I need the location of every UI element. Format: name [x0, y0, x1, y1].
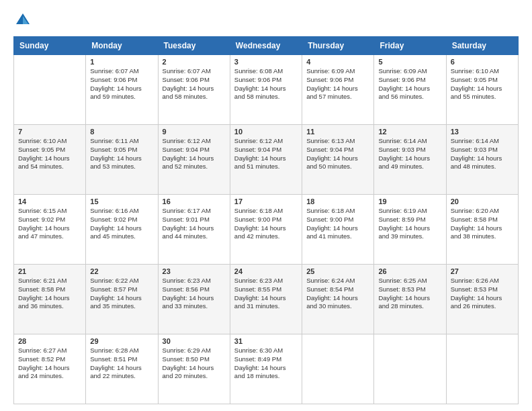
calendar-day-header: Wednesday	[230, 37, 302, 55]
calendar-cell: 18Sunrise: 6:18 AMSunset: 9:00 PMDayligh…	[302, 195, 374, 265]
day-number: 6	[451, 58, 514, 66]
calendar-cell: 23Sunrise: 6:23 AMSunset: 8:56 PMDayligh…	[158, 265, 230, 334]
day-info: Sunrise: 6:22 AMSunset: 8:57 PMDaylight:…	[90, 277, 153, 311]
calendar-week-row: 28Sunrise: 6:27 AMSunset: 8:52 PMDayligh…	[14, 334, 519, 404]
calendar-cell: 9Sunrise: 6:12 AMSunset: 9:04 PMDaylight…	[158, 125, 230, 195]
day-number: 19	[378, 197, 441, 205]
day-number: 1	[90, 58, 153, 66]
calendar-cell	[14, 55, 86, 125]
day-number: 4	[306, 58, 369, 66]
calendar-cell: 16Sunrise: 6:17 AMSunset: 9:01 PMDayligh…	[158, 195, 230, 265]
calendar-table: SundayMondayTuesdayWednesdayThursdayFrid…	[13, 36, 519, 404]
calendar-cell	[302, 334, 374, 404]
calendar-header-row: SundayMondayTuesdayWednesdayThursdayFrid…	[14, 37, 519, 55]
day-number: 5	[378, 58, 441, 66]
calendar-cell: 7Sunrise: 6:10 AMSunset: 9:05 PMDaylight…	[14, 125, 86, 195]
day-number: 16	[163, 197, 226, 205]
day-number: 7	[18, 128, 81, 136]
day-info: Sunrise: 6:30 AMSunset: 8:49 PMDaylight:…	[234, 347, 298, 381]
calendar-cell: 4Sunrise: 6:09 AMSunset: 9:06 PMDaylight…	[302, 55, 374, 125]
calendar-day-header: Sunday	[14, 37, 86, 55]
day-number: 21	[18, 267, 81, 275]
day-number: 28	[18, 337, 81, 345]
day-number: 17	[234, 197, 298, 205]
day-info: Sunrise: 6:10 AMSunset: 9:05 PMDaylight:…	[451, 67, 514, 101]
calendar-day-header: Friday	[374, 37, 446, 55]
calendar-cell: 22Sunrise: 6:22 AMSunset: 8:57 PMDayligh…	[86, 265, 158, 334]
day-info: Sunrise: 6:23 AMSunset: 8:56 PMDaylight:…	[163, 277, 226, 311]
calendar-cell: 6Sunrise: 6:10 AMSunset: 9:05 PMDaylight…	[446, 55, 518, 125]
day-info: Sunrise: 6:12 AMSunset: 9:04 PMDaylight:…	[163, 137, 226, 171]
calendar-cell: 20Sunrise: 6:20 AMSunset: 8:58 PMDayligh…	[446, 195, 518, 265]
day-info: Sunrise: 6:07 AMSunset: 9:06 PMDaylight:…	[90, 67, 153, 101]
calendar-cell: 28Sunrise: 6:27 AMSunset: 8:52 PMDayligh…	[14, 334, 86, 404]
day-info: Sunrise: 6:27 AMSunset: 8:52 PMDaylight:…	[18, 347, 81, 381]
day-info: Sunrise: 6:07 AMSunset: 9:06 PMDaylight:…	[163, 67, 226, 101]
day-number: 24	[234, 267, 298, 275]
calendar-cell: 14Sunrise: 6:15 AMSunset: 9:02 PMDayligh…	[14, 195, 86, 265]
calendar-cell: 27Sunrise: 6:26 AMSunset: 8:53 PMDayligh…	[446, 265, 518, 334]
calendar-cell: 2Sunrise: 6:07 AMSunset: 9:06 PMDaylight…	[158, 55, 230, 125]
calendar-week-row: 7Sunrise: 6:10 AMSunset: 9:05 PMDaylight…	[14, 125, 519, 195]
day-info: Sunrise: 6:09 AMSunset: 9:06 PMDaylight:…	[306, 67, 369, 101]
calendar-cell: 29Sunrise: 6:28 AMSunset: 8:51 PMDayligh…	[86, 334, 158, 404]
day-number: 27	[451, 267, 514, 275]
day-number: 8	[90, 128, 153, 136]
day-info: Sunrise: 6:13 AMSunset: 9:04 PMDaylight:…	[306, 137, 369, 171]
calendar-cell: 30Sunrise: 6:29 AMSunset: 8:50 PMDayligh…	[158, 334, 230, 404]
day-info: Sunrise: 6:14 AMSunset: 9:03 PMDaylight:…	[378, 137, 441, 171]
day-info: Sunrise: 6:28 AMSunset: 8:51 PMDaylight:…	[90, 347, 153, 381]
day-number: 20	[451, 197, 514, 205]
header	[13, 11, 519, 30]
day-info: Sunrise: 6:21 AMSunset: 8:58 PMDaylight:…	[18, 277, 81, 311]
day-number: 26	[378, 267, 441, 275]
calendar-day-header: Tuesday	[158, 37, 230, 55]
page: SundayMondayTuesdayWednesdayThursdayFrid…	[0, 0, 532, 411]
day-info: Sunrise: 6:16 AMSunset: 9:02 PMDaylight:…	[90, 207, 153, 241]
day-info: Sunrise: 6:09 AMSunset: 9:06 PMDaylight:…	[378, 67, 441, 101]
calendar-day-header: Saturday	[446, 37, 518, 55]
day-number: 31	[234, 337, 298, 345]
day-info: Sunrise: 6:18 AMSunset: 9:00 PMDaylight:…	[234, 207, 298, 241]
calendar-cell: 10Sunrise: 6:12 AMSunset: 9:04 PMDayligh…	[230, 125, 302, 195]
calendar-cell: 25Sunrise: 6:24 AMSunset: 8:54 PMDayligh…	[302, 265, 374, 334]
day-info: Sunrise: 6:10 AMSunset: 9:05 PMDaylight:…	[18, 137, 81, 171]
day-info: Sunrise: 6:11 AMSunset: 9:05 PMDaylight:…	[90, 137, 153, 171]
calendar-cell: 3Sunrise: 6:08 AMSunset: 9:06 PMDaylight…	[230, 55, 302, 125]
calendar-cell: 21Sunrise: 6:21 AMSunset: 8:58 PMDayligh…	[14, 265, 86, 334]
day-info: Sunrise: 6:08 AMSunset: 9:06 PMDaylight:…	[234, 67, 298, 101]
day-info: Sunrise: 6:26 AMSunset: 8:53 PMDaylight:…	[451, 277, 514, 311]
calendar-day-header: Monday	[86, 37, 158, 55]
logo-icon	[13, 11, 32, 30]
calendar-cell: 8Sunrise: 6:11 AMSunset: 9:05 PMDaylight…	[86, 125, 158, 195]
calendar-cell: 31Sunrise: 6:30 AMSunset: 8:49 PMDayligh…	[230, 334, 302, 404]
day-number: 23	[163, 267, 226, 275]
day-info: Sunrise: 6:18 AMSunset: 9:00 PMDaylight:…	[306, 207, 369, 241]
day-info: Sunrise: 6:29 AMSunset: 8:50 PMDaylight:…	[163, 347, 226, 381]
calendar-week-row: 1Sunrise: 6:07 AMSunset: 9:06 PMDaylight…	[14, 55, 519, 125]
day-number: 22	[90, 267, 153, 275]
calendar-cell: 17Sunrise: 6:18 AMSunset: 9:00 PMDayligh…	[230, 195, 302, 265]
day-info: Sunrise: 6:20 AMSunset: 8:58 PMDaylight:…	[451, 207, 514, 241]
day-number: 10	[234, 128, 298, 136]
calendar-week-row: 21Sunrise: 6:21 AMSunset: 8:58 PMDayligh…	[14, 265, 519, 334]
calendar-cell	[446, 334, 518, 404]
day-info: Sunrise: 6:12 AMSunset: 9:04 PMDaylight:…	[234, 137, 298, 171]
calendar-day-header: Thursday	[302, 37, 374, 55]
day-number: 29	[90, 337, 153, 345]
day-info: Sunrise: 6:24 AMSunset: 8:54 PMDaylight:…	[306, 277, 369, 311]
day-number: 15	[90, 197, 153, 205]
day-number: 13	[451, 128, 514, 136]
day-number: 3	[234, 58, 298, 66]
calendar-cell: 24Sunrise: 6:23 AMSunset: 8:55 PMDayligh…	[230, 265, 302, 334]
day-number: 11	[306, 128, 369, 136]
day-info: Sunrise: 6:15 AMSunset: 9:02 PMDaylight:…	[18, 207, 81, 241]
day-number: 25	[306, 267, 369, 275]
day-number: 30	[163, 337, 226, 345]
calendar-cell: 1Sunrise: 6:07 AMSunset: 9:06 PMDaylight…	[86, 55, 158, 125]
day-number: 12	[378, 128, 441, 136]
calendar-cell	[374, 334, 446, 404]
logo	[13, 11, 35, 30]
calendar-cell: 26Sunrise: 6:25 AMSunset: 8:53 PMDayligh…	[374, 265, 446, 334]
calendar-cell: 15Sunrise: 6:16 AMSunset: 9:02 PMDayligh…	[86, 195, 158, 265]
